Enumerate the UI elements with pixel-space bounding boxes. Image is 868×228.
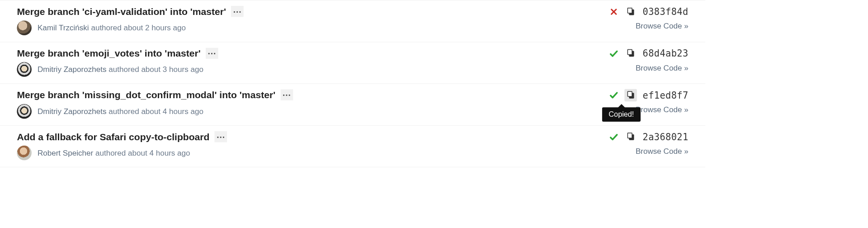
commit-left: Add a fallback for Safari copy-to-clipbo… (17, 131, 227, 160)
copied-tooltip: Copied! (602, 107, 641, 122)
author-name[interactable]: Dmitriy Zaporozhets (38, 107, 107, 115)
author-avatar[interactable] (17, 104, 32, 119)
commit-author-line: Dmitriy Zaporozhets authored about 4 hou… (17, 104, 293, 119)
commit-row: Merge branch 'emoji_votes' into 'master'… (0, 42, 705, 83)
copy-hash-button[interactable] (624, 5, 637, 18)
commit-title[interactable]: Add a fallback for Safari copy-to-clipbo… (17, 131, 209, 142)
commit-right: 0383f84dBrowse Code » (578, 5, 689, 30)
check-icon[interactable] (609, 90, 618, 100)
clipboard-icon (627, 7, 635, 17)
commit-title[interactable]: Merge branch 'emoji_votes' into 'master' (17, 47, 200, 59)
x-icon[interactable] (609, 7, 618, 16)
commit-title-line: Merge branch 'ci-yaml-validation' into '… (17, 5, 244, 17)
commit-author-line: Kamil Trzciński authored about 2 hours a… (17, 20, 244, 35)
expand-message-button[interactable]: ... (215, 131, 227, 142)
commit-meta: Dmitriy Zaporozhets authored about 4 hou… (38, 107, 203, 116)
commit-title-line: Merge branch 'missing_dot_confirm_modal'… (17, 89, 293, 101)
commit-list: Merge branch 'ci-yaml-validation' into '… (0, 0, 705, 167)
check-icon[interactable] (609, 132, 618, 142)
expand-message-button[interactable]: ... (231, 6, 244, 17)
commit-left: Merge branch 'ci-yaml-validation' into '… (17, 5, 244, 35)
commit-left: Merge branch 'missing_dot_confirm_modal'… (17, 89, 293, 119)
commit-title[interactable]: Merge branch 'missing_dot_confirm_modal'… (17, 89, 275, 101)
browse-code-link[interactable]: Browse Code » (636, 105, 689, 114)
commit-time: authored about 4 hours ago (95, 148, 190, 157)
copy-hash-button[interactable] (624, 89, 637, 102)
commit-row: Add a fallback for Safari copy-to-clipbo… (0, 125, 705, 167)
author-name[interactable]: Kamil Trzciński (38, 24, 89, 32)
commit-author-line: Dmitriy Zaporozhets authored about 3 hou… (17, 62, 218, 77)
author-avatar[interactable] (17, 146, 32, 161)
commit-title-line: Add a fallback for Safari copy-to-clipbo… (17, 131, 227, 142)
copy-hash-button[interactable] (624, 131, 637, 143)
commit-hash[interactable]: 68d4ab23 (643, 48, 689, 59)
browse-code-link[interactable]: Browse Code » (636, 147, 689, 156)
commit-hash-line: 2a368021 (609, 131, 689, 143)
expand-message-button[interactable]: ... (206, 48, 218, 58)
author-name[interactable]: Robert Speicher (38, 148, 93, 157)
browse-code-link[interactable]: Browse Code » (636, 22, 689, 31)
author-avatar[interactable] (17, 20, 32, 35)
commit-left: Merge branch 'emoji_votes' into 'master'… (17, 47, 218, 76)
browse-code-link[interactable]: Browse Code » (636, 63, 689, 72)
commit-meta: Dmitriy Zaporozhets authored about 3 hou… (38, 65, 203, 74)
svg-rect-3 (627, 8, 632, 13)
clipboard-icon (627, 48, 635, 58)
commit-right: ef1ed8f7Browse Code »Copied! (578, 89, 689, 114)
expand-message-button[interactable]: ... (281, 90, 293, 100)
svg-rect-5 (627, 50, 632, 55)
clipboard-icon (627, 132, 635, 142)
commit-right: 2a368021Browse Code » (578, 131, 689, 156)
svg-rect-9 (627, 133, 632, 138)
commit-row: Merge branch 'missing_dot_confirm_modal'… (0, 83, 705, 125)
commit-author-line: Robert Speicher authored about 4 hours a… (17, 146, 227, 161)
commit-hash[interactable]: 0383f84d (643, 6, 689, 17)
commit-title[interactable]: Merge branch 'ci-yaml-validation' into '… (17, 5, 226, 17)
commit-meta: Kamil Trzciński authored about 2 hours a… (38, 24, 186, 33)
commit-hash-line: 0383f84d (609, 5, 689, 18)
commit-time: authored about 2 hours ago (91, 24, 186, 32)
clipboard-icon (627, 90, 635, 100)
svg-rect-7 (627, 91, 632, 96)
commit-hash-line: 68d4ab23 (609, 47, 689, 60)
author-avatar[interactable] (17, 62, 32, 77)
copy-hash-button[interactable] (624, 47, 637, 60)
commit-time: authored about 4 hours ago (108, 107, 203, 115)
commit-meta: Robert Speicher authored about 4 hours a… (38, 148, 190, 157)
author-name[interactable]: Dmitriy Zaporozhets (38, 65, 107, 74)
commit-hash[interactable]: ef1ed8f7 (643, 90, 689, 101)
check-icon[interactable] (609, 49, 618, 58)
commit-right: 68d4ab23Browse Code » (578, 47, 689, 72)
commit-hash[interactable]: 2a368021 (643, 132, 689, 142)
commit-time: authored about 3 hours ago (108, 65, 203, 74)
commit-title-line: Merge branch 'emoji_votes' into 'master'… (17, 47, 218, 59)
commit-hash-line: ef1ed8f7 (609, 89, 689, 102)
commit-row: Merge branch 'ci-yaml-validation' into '… (0, 0, 705, 42)
